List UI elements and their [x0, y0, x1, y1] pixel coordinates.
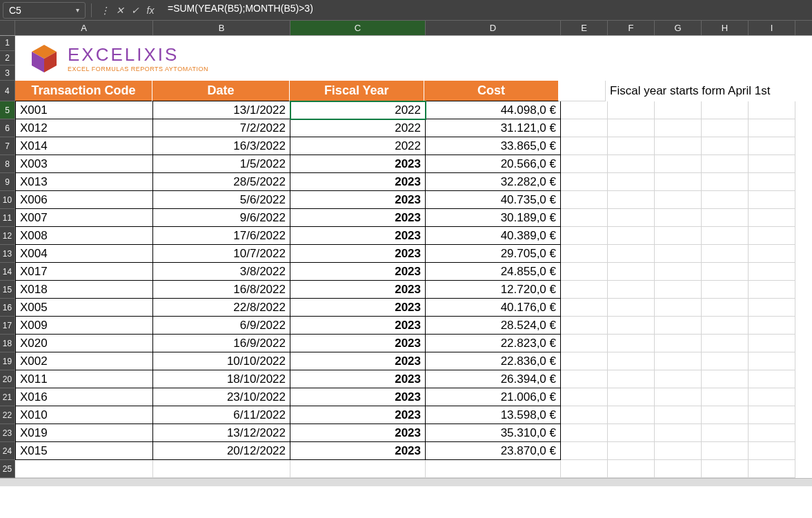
cell-cost[interactable]: 40.735,0 €: [426, 191, 561, 209]
cell[interactable]: [561, 460, 608, 478]
cell-fiscal-year[interactable]: 2023: [290, 281, 426, 299]
cell-date[interactable]: 20/12/2022: [153, 442, 290, 460]
cell-date[interactable]: 28/5/2022: [153, 173, 290, 191]
cell-date[interactable]: 18/10/2022: [153, 370, 290, 388]
row-header-17[interactable]: 17: [0, 317, 15, 335]
cell-transaction-code[interactable]: X020: [15, 335, 153, 352]
cell[interactable]: [749, 137, 795, 155]
cell[interactable]: [655, 335, 702, 352]
cell-cost[interactable]: 26.394,0 €: [426, 370, 561, 388]
row-header-20[interactable]: 20: [0, 370, 15, 388]
cell[interactable]: [561, 406, 608, 424]
row-header-18[interactable]: 18: [0, 335, 15, 352]
row-header-15[interactable]: 15: [0, 281, 15, 299]
row-header-1[interactable]: 1: [0, 36, 15, 51]
cell[interactable]: [561, 209, 608, 227]
cell-fiscal-year[interactable]: 2023: [290, 155, 426, 173]
cell[interactable]: [15, 460, 153, 478]
name-box[interactable]: C5 ▾: [3, 2, 86, 19]
cell-fiscal-year[interactable]: 2023: [290, 335, 426, 352]
col-header-c[interactable]: C: [290, 21, 426, 35]
cell[interactable]: [561, 263, 608, 281]
cell[interactable]: [749, 209, 795, 227]
cell[interactable]: [608, 137, 655, 155]
cell-transaction-code[interactable]: X007: [15, 209, 153, 227]
cell[interactable]: [655, 460, 702, 478]
cell[interactable]: [749, 245, 795, 263]
cell-transaction-code[interactable]: X014: [15, 137, 153, 155]
cell-date[interactable]: 7/2/2022: [153, 119, 290, 137]
row-header-21[interactable]: 21: [0, 388, 15, 406]
row-header-3[interactable]: 3: [0, 66, 15, 81]
cell-date[interactable]: 10/7/2022: [153, 245, 290, 263]
row-header-9[interactable]: 9: [0, 173, 15, 191]
cell-cost[interactable]: 20.566,0 €: [426, 155, 561, 173]
cell[interactable]: [561, 299, 608, 317]
cell-date[interactable]: 22/8/2022: [153, 299, 290, 317]
cell-cost[interactable]: 29.705,0 €: [426, 245, 561, 263]
header-fiscal-year[interactable]: Fiscal Year: [290, 81, 424, 101]
cell[interactable]: [702, 101, 749, 119]
cell-date[interactable]: 6/11/2022: [153, 406, 290, 424]
col-header-a[interactable]: A: [15, 21, 153, 35]
cell-date[interactable]: 13/1/2022: [153, 101, 290, 119]
col-header-i[interactable]: I: [749, 21, 795, 35]
cell[interactable]: [702, 317, 749, 335]
accept-icon[interactable]: ✓: [129, 5, 141, 16]
cell[interactable]: [749, 352, 795, 370]
cell[interactable]: [655, 155, 702, 173]
cell[interactable]: [655, 227, 702, 245]
row-header-16[interactable]: 16: [0, 299, 15, 317]
cell[interactable]: [608, 155, 655, 173]
cell-date[interactable]: 5/6/2022: [153, 191, 290, 209]
cell-fiscal-year[interactable]: 2023: [290, 424, 426, 442]
cell-cost[interactable]: 44.098,0 €: [426, 101, 561, 119]
cell[interactable]: [608, 317, 655, 335]
cell[interactable]: [655, 209, 702, 227]
cell-date[interactable]: 16/3/2022: [153, 137, 290, 155]
cell[interactable]: [749, 173, 795, 191]
cell[interactable]: [608, 460, 655, 478]
cell[interactable]: [655, 370, 702, 388]
cell-fiscal-year[interactable]: 2023: [290, 370, 426, 388]
cell-cost[interactable]: 40.389,0 €: [426, 227, 561, 245]
cell-fiscal-year[interactable]: 2022: [290, 119, 426, 137]
cell-cost[interactable]: 22.836,0 €: [426, 352, 561, 370]
cell[interactable]: [749, 119, 795, 137]
cell[interactable]: [749, 227, 795, 245]
cell-fiscal-year[interactable]: 2023: [290, 263, 426, 281]
cell-date[interactable]: 1/5/2022: [153, 155, 290, 173]
cell[interactable]: [561, 245, 608, 263]
row-header-12[interactable]: 12: [0, 227, 15, 245]
fx-icon[interactable]: fx: [144, 5, 157, 16]
cell-transaction-code[interactable]: X003: [15, 155, 153, 173]
cell[interactable]: [702, 263, 749, 281]
row-header-14[interactable]: 14: [0, 263, 15, 281]
cell[interactable]: [655, 299, 702, 317]
cell-transaction-code[interactable]: X001: [15, 101, 153, 119]
cell[interactable]: [749, 299, 795, 317]
cell-cost[interactable]: 13.598,0 €: [426, 406, 561, 424]
cell-transaction-code[interactable]: X004: [15, 245, 153, 263]
cell-date[interactable]: 23/10/2022: [153, 388, 290, 406]
cell[interactable]: [608, 263, 655, 281]
cell-fiscal-year[interactable]: 2023: [290, 352, 426, 370]
cell-cost[interactable]: 32.282,0 €: [426, 173, 561, 191]
cell[interactable]: [702, 245, 749, 263]
cell-fiscal-year[interactable]: 2023: [290, 442, 426, 460]
cell[interactable]: [749, 191, 795, 209]
cell[interactable]: [290, 460, 426, 478]
cell[interactable]: [655, 281, 702, 299]
cell[interactable]: [702, 370, 749, 388]
cell[interactable]: [608, 119, 655, 137]
cell[interactable]: [561, 281, 608, 299]
cell-fiscal-year[interactable]: 2023: [290, 388, 426, 406]
note-text[interactable]: Fiscal year starts form April 1st: [606, 81, 812, 101]
cell[interactable]: [561, 155, 608, 173]
cell[interactable]: [749, 101, 795, 119]
cell-fiscal-year[interactable]: 2023: [290, 209, 426, 227]
row-header-8[interactable]: 8: [0, 155, 15, 173]
cell-date[interactable]: 6/9/2022: [153, 317, 290, 335]
cell[interactable]: [702, 119, 749, 137]
cell[interactable]: [153, 460, 290, 478]
